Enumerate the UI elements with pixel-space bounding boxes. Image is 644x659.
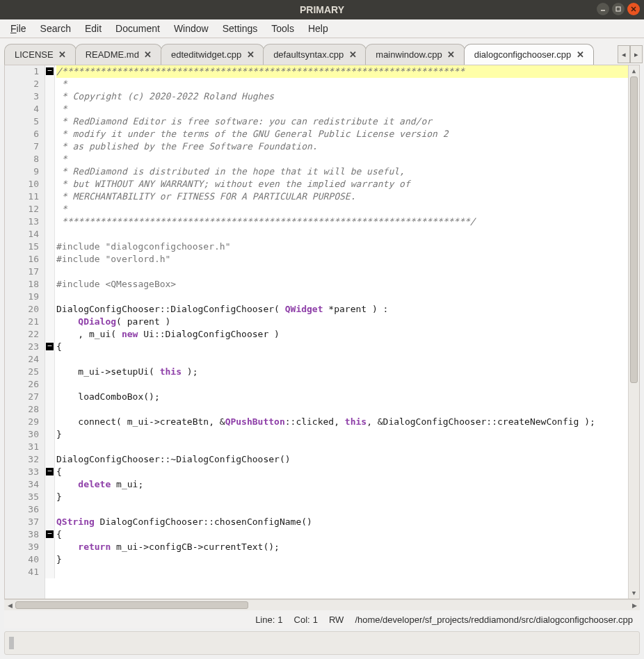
tab-scroll-controls: ◂ ▸: [616, 44, 644, 65]
code-line[interactable]: [56, 403, 628, 416]
line-number: 27: [17, 391, 39, 403]
line-number: 30: [17, 428, 39, 441]
menu-item-file[interactable]: File: [4, 21, 33, 36]
line-number: 33: [17, 466, 39, 478]
code-line[interactable]: , m_ui( new Ui::DialogConfigChooser ): [56, 328, 628, 341]
code-line[interactable]: QDialog( parent ): [56, 316, 628, 328]
close-icon[interactable]: ✕: [143, 50, 153, 60]
code-line[interactable]: return m_ui->configCB->currentText();: [56, 541, 628, 553]
code-line[interactable]: [56, 566, 628, 578]
code-line[interactable]: [56, 503, 628, 516]
menu-item-settings[interactable]: Settings: [216, 21, 264, 36]
scroll-left-icon[interactable]: ◀: [4, 600, 15, 610]
code-line[interactable]: * RedDiamond is distributed in the hope …: [56, 165, 628, 178]
minimize-button[interactable]: [597, 3, 609, 15]
code-line[interactable]: [56, 291, 628, 303]
status-line-label: Line:: [255, 615, 275, 625]
code-line[interactable]: [56, 378, 628, 391]
tab-dialogconfigchooser-cpp[interactable]: dialogconfigchooser.cpp✕: [464, 44, 595, 65]
command-input[interactable]: [4, 631, 640, 655]
code-line[interactable]: }: [56, 428, 628, 441]
horizontal-scrollbar[interactable]: ◀ ▶: [4, 599, 640, 610]
menu-item-document[interactable]: Document: [109, 21, 166, 36]
code-line[interactable]: #include "overlord.h": [56, 253, 628, 266]
close-icon[interactable]: ✕: [348, 50, 357, 60]
maximize-button[interactable]: [612, 3, 625, 15]
close-icon[interactable]: ✕: [245, 50, 255, 60]
window-titlebar: PRIMARY: [0, 0, 644, 19]
code-line[interactable]: [56, 441, 628, 453]
line-number: 8: [17, 153, 39, 165]
close-button[interactable]: [627, 3, 640, 15]
tab-label: LICENSE: [15, 49, 54, 60]
fold-toggle-icon[interactable]: −: [46, 67, 54, 75]
code-line[interactable]: DialogConfigChooser::DialogConfigChooser…: [56, 303, 628, 316]
code-line[interactable]: #include <QMessageBox>: [56, 278, 628, 291]
fold-toggle-icon[interactable]: −: [46, 530, 54, 538]
close-icon[interactable]: ✕: [575, 50, 585, 60]
code-line[interactable]: loadComboBox();: [56, 391, 628, 403]
tab-readme-md[interactable]: README.md✕: [75, 44, 162, 65]
line-number: 28: [17, 403, 39, 416]
close-icon[interactable]: ✕: [446, 50, 456, 60]
code-line[interactable]: [56, 353, 628, 366]
tab-license[interactable]: LICENSE✕: [4, 44, 77, 65]
code-line[interactable]: QString DialogConfigChooser::chosenConfi…: [56, 516, 628, 528]
line-number: 3: [17, 90, 39, 103]
code-editor[interactable]: 1234567891011121314151617181920212223242…: [5, 65, 639, 599]
tab-label: defaultsyntax.cpp: [273, 49, 344, 60]
close-icon[interactable]: ✕: [58, 50, 67, 60]
code-line[interactable]: m_ui->setupUi( this );: [56, 366, 628, 378]
scroll-right-icon[interactable]: ▶: [629, 600, 640, 610]
code-line[interactable]: * but WITHOUT ANY WARRANTY; without even…: [56, 178, 628, 190]
code-line[interactable]: * MERCHANTABILITY or FITNESS FOR A PARTI…: [56, 190, 628, 203]
code-line[interactable]: * as published by the Free Software Foun…: [56, 140, 628, 153]
code-line[interactable]: *: [56, 153, 628, 165]
code-line[interactable]: *: [56, 78, 628, 90]
menu-item-edit[interactable]: Edit: [79, 21, 108, 36]
vertical-scrollbar[interactable]: ▲ ▼: [628, 65, 639, 599]
scroll-track[interactable]: [629, 76, 639, 587]
code-line[interactable]: *: [56, 203, 628, 215]
tab-edteditwidget-cpp[interactable]: edteditwidget.cpp✕: [161, 44, 264, 65]
line-number: 9: [17, 165, 39, 178]
scroll-track-h[interactable]: [15, 600, 629, 610]
code-line[interactable]: }: [56, 491, 628, 503]
scroll-thumb[interactable]: [630, 76, 638, 383]
code-line[interactable]: {: [56, 466, 628, 478]
code-line[interactable]: #include "dialogconfigchooser.h": [56, 241, 628, 253]
line-number: 34: [17, 478, 39, 491]
code-line[interactable]: /***************************************…: [56, 65, 628, 78]
code-line[interactable]: * modify it under the terms of the GNU G…: [56, 128, 628, 140]
code-line[interactable]: *: [56, 103, 628, 115]
tab-scroll-left-button[interactable]: ◂: [618, 45, 630, 63]
code-line[interactable]: }: [56, 553, 628, 566]
tab-scroll-right-button[interactable]: ▸: [630, 45, 643, 63]
menu-item-search[interactable]: Search: [34, 21, 77, 36]
menu-item-tools[interactable]: Tools: [265, 21, 300, 36]
code-line[interactable]: {: [56, 528, 628, 541]
line-number: 19: [17, 291, 39, 303]
code-line[interactable]: ****************************************…: [56, 215, 628, 228]
code-line[interactable]: * Copyright (c) 2020-2022 Roland Hughes: [56, 90, 628, 103]
menu-item-window[interactable]: Window: [168, 21, 215, 36]
line-number: 20: [17, 303, 39, 316]
code-line[interactable]: DialogConfigChooser::~DialogConfigChoose…: [56, 453, 628, 466]
scroll-down-icon[interactable]: ▼: [629, 587, 639, 599]
scroll-up-icon[interactable]: ▲: [629, 65, 639, 76]
code-line[interactable]: delete m_ui;: [56, 478, 628, 491]
code-line[interactable]: connect( m_ui->createBtn, &QPushButton::…: [56, 416, 628, 428]
code-line[interactable]: * RedDiamond Editor is free software: yo…: [56, 115, 628, 128]
code-line[interactable]: {: [56, 341, 628, 353]
fold-toggle-icon[interactable]: −: [46, 468, 54, 475]
tab-defaultsyntax-cpp[interactable]: defaultsyntax.cpp✕: [263, 44, 367, 65]
code-line[interactable]: [56, 228, 628, 241]
code-line[interactable]: [56, 266, 628, 278]
tab-mainwindow-cpp[interactable]: mainwindow.cpp✕: [365, 44, 465, 65]
fold-toggle-icon[interactable]: −: [46, 343, 54, 350]
scroll-thumb-h[interactable]: [15, 601, 248, 609]
code-content[interactable]: /***************************************…: [55, 65, 628, 599]
fold-column[interactable]: −−−−: [45, 65, 55, 578]
status-mode: RW: [329, 615, 344, 625]
menu-item-help[interactable]: Help: [302, 21, 335, 36]
